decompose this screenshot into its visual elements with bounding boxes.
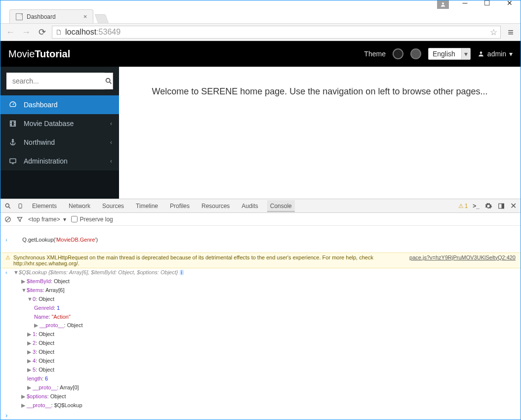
browser-tab[interactable]: Dashboard × <box>9 9 93 23</box>
devtools-tab-profiles[interactable]: Profiles <box>167 200 193 212</box>
svg-point-0 <box>442 2 444 4</box>
browser-tabstrip: Dashboard × <box>0 8 521 23</box>
sidebar-item-dashboard[interactable]: Dashboard <box>0 95 119 114</box>
warning-icon: ⚠ <box>5 254 10 261</box>
svg-line-4 <box>13 103 14 105</box>
sidebar-filler <box>0 170 119 199</box>
console-item-0[interactable]: ▼0: Object <box>0 295 521 304</box>
monitor-icon <box>9 157 18 165</box>
user-name: admin <box>487 50 506 58</box>
console-item-0-proto[interactable]: ▶__proto__: Object <box>0 321 521 330</box>
sidebar: Dashboard Movie Database ‹ Northwind ‹ A… <box>0 67 119 199</box>
site-icon: 🗋 <box>55 28 62 36</box>
sidebar-item-label: Administration <box>24 157 68 165</box>
preserve-log-checkbox[interactable] <box>71 216 78 222</box>
console-item-itembyid[interactable]: ▶$itemById: Object <box>0 277 521 286</box>
console-item-length: length: 6 <box>0 375 521 383</box>
sidebar-item-administration[interactable]: Administration ‹ <box>0 152 119 170</box>
console-prompt[interactable]: › <box>0 410 521 420</box>
drawer-icon[interactable]: >_ <box>473 203 480 210</box>
console-items-proto[interactable]: ▶__proto__: Array[0] <box>0 383 521 392</box>
devtools-tab-timeline[interactable]: Timeline <box>133 200 161 212</box>
inspect-icon[interactable] <box>4 203 11 210</box>
warning-source-link[interactable]: pace.js?v=hzY9RjPruMOV3UKlSeltyQ2:420 <box>409 254 516 266</box>
chevron-left-icon: ‹ <box>110 158 112 165</box>
tab-title: Dashboard <box>27 13 56 20</box>
window-minimize-button[interactable]: ─ <box>454 0 476 10</box>
console-subtoolbar: <top frame> ▾ Preserve log <box>0 213 521 226</box>
theme-swatch-gray[interactable] <box>410 48 421 59</box>
chevron-left-icon: ‹ <box>110 120 112 127</box>
url-host: localhost <box>65 28 96 37</box>
console-root-proto[interactable]: ▶__proto__: $Q$Lookup <box>0 401 521 410</box>
window-maximize-button[interactable]: ☐ <box>476 0 498 10</box>
devtools-tab-network[interactable]: Network <box>66 200 93 212</box>
devtools-tab-resources[interactable]: Resources <box>199 200 233 212</box>
console-warning-row: ⚠ Synchronous XMLHttpRequest on the main… <box>0 252 521 268</box>
filter-icon[interactable] <box>16 216 23 223</box>
devtools-tab-elements[interactable]: Elements <box>29 200 60 212</box>
svg-line-24 <box>6 217 10 221</box>
brand-light: Movie <box>8 48 35 59</box>
address-bar[interactable]: 🗋 localhost:53649 ☆ <box>52 26 501 39</box>
console-item-2[interactable]: ▶2: Object <box>0 339 521 348</box>
devtools-tab-console[interactable]: Console <box>267 200 295 212</box>
preserve-log-toggle[interactable]: Preserve log <box>71 216 113 223</box>
console-item-1[interactable]: ▶1: Object <box>0 330 521 339</box>
svg-point-2 <box>106 79 110 83</box>
info-icon[interactable]: i <box>180 270 184 275</box>
console-item-4[interactable]: ▶4: Object <box>0 357 521 366</box>
app-header: MovieTutorial Theme English ▾ admin ▾ <box>0 41 521 67</box>
language-value: English <box>433 50 455 58</box>
console-item-3[interactable]: ▶3: Object <box>0 348 521 357</box>
language-select[interactable]: English ▾ <box>428 48 471 60</box>
profile-icon[interactable] <box>437 0 449 9</box>
tab-close-button[interactable]: × <box>83 13 87 20</box>
console-item-options[interactable]: ▶$options: Object <box>0 392 521 401</box>
bookmark-icon[interactable]: ☆ <box>490 27 497 38</box>
window-titlebar: ─ ☐ ✕ <box>0 0 521 8</box>
app-brand[interactable]: MovieTutorial <box>8 48 70 60</box>
console-item-items[interactable]: ▼$items: Array[6] <box>0 286 521 295</box>
forward-button[interactable]: → <box>20 26 32 38</box>
device-icon[interactable] <box>17 202 23 210</box>
svg-point-1 <box>480 51 482 54</box>
new-tab-button[interactable] <box>95 14 109 23</box>
browser-toolbar: ← → ⟳ 🗋 localhost:53649 ☆ ≡ <box>0 23 521 41</box>
caret-down-icon: ▾ <box>509 50 513 58</box>
svg-line-18 <box>9 207 10 208</box>
welcome-text: Welcome to SERENE home page. Use the nav… <box>134 86 506 97</box>
browser-menu-button[interactable]: ≡ <box>505 27 517 38</box>
frame-selector[interactable]: <top frame> ▾ <box>28 216 66 223</box>
devtools-tab-audits[interactable]: Audits <box>239 200 261 212</box>
main-content: Welcome to SERENE home page. Use the nav… <box>119 67 521 199</box>
user-menu[interactable]: admin ▾ <box>478 50 513 58</box>
sidebar-item-label: Dashboard <box>24 101 58 109</box>
console-item-5[interactable]: ▶5: Object <box>0 366 521 375</box>
svg-point-17 <box>5 204 9 207</box>
theme-label: Theme <box>364 50 386 58</box>
sidebar-item-northwind[interactable]: Northwind ‹ <box>0 133 119 152</box>
svg-point-12 <box>12 139 14 141</box>
console-result-root[interactable]: ‹▼$Q$Lookup {$items: Array[6], $itemById… <box>0 268 521 277</box>
page-icon <box>16 13 23 20</box>
search-button[interactable] <box>105 73 113 89</box>
search-input[interactable] <box>6 73 105 89</box>
devtools-tab-sources[interactable]: Sources <box>99 200 127 212</box>
warning-count-badge[interactable]: ⚠1 <box>458 203 468 210</box>
sidebar-item-movie-database[interactable]: Movie Database ‹ <box>0 114 119 133</box>
console-input-echo: ›Q.getLookup('MovieDB.Genre') <box>0 228 521 252</box>
gear-icon[interactable] <box>484 202 492 210</box>
devtools-close-button[interactable]: ✕ <box>510 201 517 210</box>
clear-console-icon[interactable] <box>4 216 11 223</box>
url-port: :53649 <box>96 28 120 37</box>
reload-button[interactable]: ⟳ <box>36 26 48 38</box>
window-close-button[interactable]: ✕ <box>498 0 521 10</box>
back-button[interactable]: ← <box>4 26 16 38</box>
devtools-toolbar: Elements Network Sources Timeline Profil… <box>0 199 521 213</box>
dock-icon[interactable] <box>497 203 505 210</box>
sidebar-search <box>0 67 119 95</box>
svg-rect-22 <box>502 204 504 208</box>
theme-swatch-dark[interactable] <box>393 48 403 59</box>
sidebar-item-label: Movie Database <box>24 120 74 127</box>
